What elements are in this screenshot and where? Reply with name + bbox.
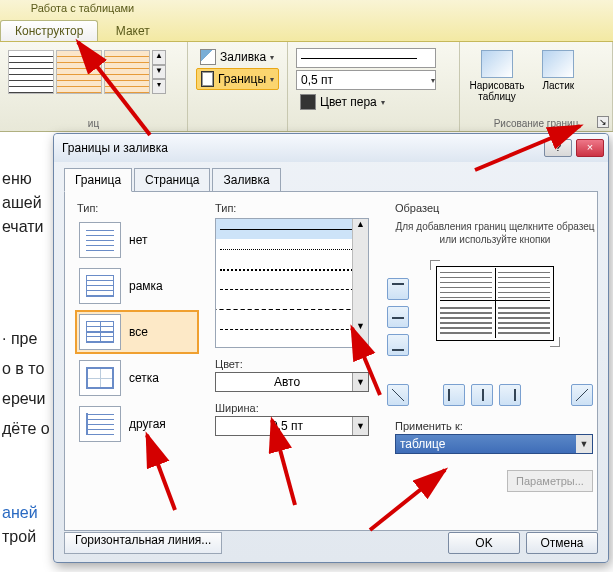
close-button[interactable]: × [576, 139, 604, 157]
dialog-launcher[interactable]: ↘ [597, 116, 609, 128]
shading-button[interactable]: Заливка ▾ [196, 47, 279, 67]
pen-color-label: Цвет пера [320, 95, 377, 109]
ribbon: ▲▼▾ иц Заливка ▾ Границы ▾ 0,5 пт ▾ Цвет… [0, 42, 613, 132]
edge-vmid-button[interactable] [471, 384, 493, 406]
dialog-title: Границы и заливка [62, 141, 544, 155]
line-style-option[interactable] [216, 239, 368, 259]
tab-panel-border: Тип: нет рамка все сетка другая [64, 191, 598, 531]
tab-page[interactable]: Страница [134, 168, 210, 192]
edge-bottom-button[interactable] [387, 334, 409, 356]
width-combo[interactable]: 0,5 пт ▼ [215, 416, 369, 436]
preview-hint: Для добавления границ щелкните образец и… [395, 220, 595, 246]
type-all[interactable]: все [77, 312, 197, 352]
apply-to-row: Применить к: таблице ▼ [395, 420, 595, 454]
ok-button[interactable]: OK [448, 532, 520, 554]
line-weight-value: 0,5 пт [301, 73, 333, 87]
shading-label: Заливка [220, 50, 266, 64]
eraser-label: Ластик [529, 80, 587, 91]
ribbon-group-pen: 0,5 пт ▾ Цвет пера ▾ [288, 42, 460, 131]
ribbon-tabs: Работа с таблицами Конструктор Макет [0, 0, 613, 42]
doc-text: дёте о [2, 420, 50, 438]
style-swatch[interactable] [56, 50, 102, 94]
color-combo[interactable]: Авто ▼ [215, 372, 369, 392]
preview-box[interactable] [420, 256, 570, 351]
ribbon-context-label: Работа с таблицами [0, 0, 165, 14]
edge-hmid-button[interactable] [387, 306, 409, 328]
edge-top-button[interactable] [387, 278, 409, 300]
preview-mid-horizontal [440, 300, 550, 301]
tab-constructor[interactable]: Конструктор [0, 20, 98, 41]
draw-table-button[interactable]: Нарисовать таблицу [468, 46, 526, 102]
label-type: Тип: [77, 202, 197, 214]
doc-text: еречи [2, 390, 45, 408]
type-grid-icon [79, 360, 121, 396]
line-weight-combo[interactable]: 0,5 пт ▾ [296, 70, 436, 90]
paint-bucket-icon [200, 49, 216, 65]
line-style-option[interactable] [216, 319, 368, 339]
help-button[interactable]: ? [544, 139, 572, 157]
borders-shading-dialog: Границы и заливка ? × Граница Страница З… [53, 133, 609, 563]
edge-buttons-vertical [387, 278, 409, 356]
label-apply: Применить к: [395, 420, 595, 432]
edge-left-button[interactable] [443, 384, 465, 406]
group-label-drawing: Рисование границ [460, 118, 612, 129]
label-width: Ширина: [215, 402, 375, 414]
label-style: Тип: [215, 202, 375, 214]
doc-text: трой [2, 528, 36, 546]
style-swatch[interactable] [104, 50, 150, 94]
pen-icon [300, 94, 316, 110]
dialog-tabs: Граница Страница Заливка [54, 162, 608, 192]
apply-to-combo[interactable]: таблице ▼ [395, 434, 593, 454]
doc-text: ашей [2, 194, 42, 212]
table-style-gallery[interactable]: ▲▼▾ [8, 46, 179, 94]
borders-button[interactable]: Границы ▾ [196, 68, 279, 90]
cancel-button[interactable]: Отмена [526, 532, 598, 554]
type-all-icon [79, 314, 121, 350]
type-box-icon [79, 268, 121, 304]
type-none[interactable]: нет [77, 220, 197, 260]
line-style-option[interactable] [216, 219, 368, 239]
dialog-titlebar[interactable]: Границы и заливка ? × [54, 134, 608, 162]
type-all-label: все [129, 325, 148, 339]
width-value: 0,5 пт [222, 419, 352, 433]
border-type-column: Тип: нет рамка все сетка другая [77, 202, 197, 450]
preview-column: Образец Для добавления границ щелкните о… [395, 202, 595, 351]
line-style-option[interactable] [216, 259, 368, 279]
line-style-combo[interactable] [296, 48, 436, 68]
doc-text: еню [2, 170, 32, 188]
chevron-down-icon: ▾ [270, 75, 274, 84]
chevron-down-icon: ▼ [352, 373, 368, 391]
edge-diag1-button[interactable] [387, 384, 409, 406]
type-other-label: другая [129, 417, 166, 431]
edge-diag2-button[interactable] [571, 384, 593, 406]
apply-to-value: таблице [400, 437, 446, 451]
dialog-footer: Горизонтальная линия... OK Отмена [64, 532, 598, 554]
pen-color-button[interactable]: Цвет пера ▾ [296, 92, 451, 112]
type-box[interactable]: рамка [77, 266, 197, 306]
group-label-styles: иц [0, 118, 187, 129]
line-style-option[interactable] [216, 279, 368, 299]
eraser-button[interactable]: Ластик [529, 46, 587, 91]
parameters-button: Параметры... [507, 470, 593, 492]
chevron-down-icon: ▾ [270, 53, 274, 62]
gallery-spinner[interactable]: ▲▼▾ [152, 50, 166, 94]
edge-right-button[interactable] [499, 384, 521, 406]
style-swatch[interactable] [8, 50, 54, 94]
horizontal-line-button[interactable]: Горизонтальная линия... [64, 532, 222, 554]
scrollbar[interactable]: ▲▼ [352, 219, 368, 347]
ribbon-group-shading-borders: Заливка ▾ Границы ▾ [188, 42, 288, 131]
borders-label: Границы [218, 72, 266, 86]
label-color: Цвет: [215, 358, 375, 370]
line-style-option[interactable] [216, 299, 368, 319]
tab-layout[interactable]: Макет [102, 21, 164, 41]
line-style-list[interactable]: ▲▼ [215, 218, 369, 348]
tab-fill[interactable]: Заливка [212, 168, 280, 192]
type-grid-label: сетка [129, 371, 159, 385]
ribbon-group-draw: Нарисовать таблицу Ластик Рисование гран… [460, 42, 613, 131]
doc-text: о в то [2, 360, 44, 378]
type-grid[interactable]: сетка [77, 358, 197, 398]
chevron-down-icon: ▾ [431, 76, 435, 85]
eraser-icon [542, 50, 574, 78]
tab-border[interactable]: Граница [64, 168, 132, 192]
type-other[interactable]: другая [77, 404, 197, 444]
